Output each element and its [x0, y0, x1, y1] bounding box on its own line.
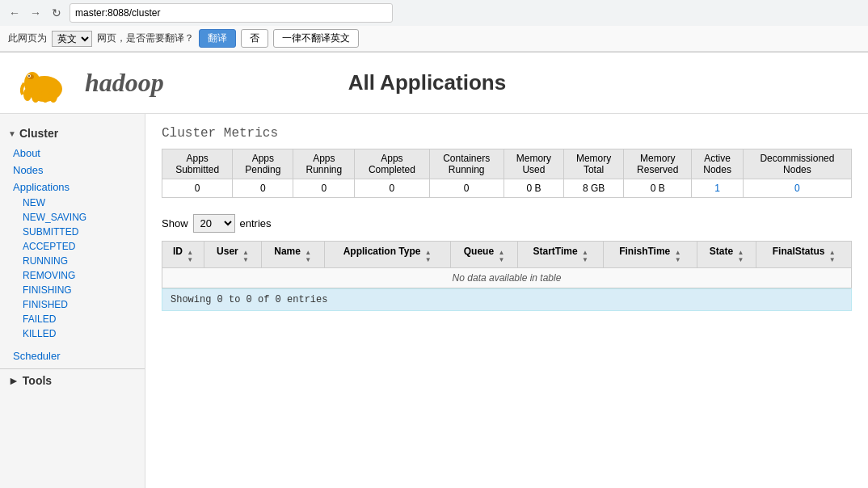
reload-button[interactable]: ↻ [48, 5, 65, 21]
col-header-queue[interactable]: Queue ▲▼ [450, 242, 518, 268]
sidebar-cluster-label: Cluster [19, 127, 58, 140]
showing-entries-footer: Showing 0 to 0 of 0 entries [162, 288, 852, 311]
metric-containers-running: 0 [429, 179, 504, 198]
queue-sort-icon: ▲▼ [498, 249, 504, 263]
sidebar-subitem-new[interactable]: NEW [0, 196, 145, 210]
svg-point-3 [32, 90, 40, 103]
starttime-sort-icon: ▲▼ [582, 249, 588, 263]
translate-prompt: 此网页为 [8, 32, 47, 45]
hadoop-text: hadoop [85, 68, 164, 98]
metric-memory-total: 8 GB [564, 179, 624, 198]
metric-header-active-nodes: ActiveNodes [692, 149, 744, 179]
col-header-finishtime[interactable]: FinishTime ▲▼ [604, 242, 697, 268]
cluster-metrics-table: AppsSubmitted AppsPending AppsRunning Ap… [162, 149, 852, 198]
translate-never-button[interactable]: 一律不翻译英文 [273, 29, 359, 48]
translate-question: 网页，是否需要翻译？ [97, 32, 194, 45]
cluster-triangle-icon: ▼ [8, 129, 16, 138]
sidebar-tools-header[interactable]: ► Tools [0, 368, 145, 392]
sidebar-subitem-finishing[interactable]: FINISHING [0, 283, 145, 297]
metric-header-containers-running: ContainersRunning [429, 149, 504, 179]
metric-apps-submitted: 0 [162, 179, 233, 198]
apptype-sort-icon: ▲▼ [425, 249, 432, 263]
translate-lang-select[interactable]: 英文 [52, 31, 92, 47]
show-label: Show [162, 217, 188, 229]
applications-table: ID ▲▼ User ▲▼ Name ▲▼ Application Type [162, 241, 852, 288]
address-bar[interactable] [70, 3, 393, 23]
metric-decommissioned-nodes[interactable]: 0 [743, 179, 851, 198]
svg-point-8 [28, 75, 30, 77]
col-header-name[interactable]: Name ▲▼ [261, 242, 324, 268]
metric-apps-completed: 0 [355, 179, 429, 198]
sidebar-subitem-killed[interactable]: KILLED [0, 326, 145, 341]
sidebar-item-applications[interactable]: Applications [0, 179, 145, 196]
svg-point-5 [49, 90, 57, 103]
cluster-metrics-title: Cluster Metrics [162, 126, 852, 141]
metric-apps-running: 0 [293, 179, 355, 198]
forward-button[interactable]: → [27, 5, 44, 21]
translate-yes-button[interactable]: 翻译 [199, 29, 236, 48]
metric-header-apps-running: AppsRunning [293, 149, 355, 179]
metric-apps-pending: 0 [233, 179, 293, 198]
back-button[interactable]: ← [6, 5, 23, 21]
user-sort-icon: ▲▼ [242, 249, 249, 263]
main-content: Cluster Metrics AppsSubmitted AppsPendin… [145, 114, 868, 488]
finishtime-sort-icon: ▲▼ [675, 249, 681, 263]
sidebar-subitem-accepted[interactable]: ACCEPTED [0, 239, 145, 254]
sidebar-item-nodes[interactable]: Nodes [0, 162, 145, 179]
col-header-id[interactable]: ID ▲▼ [162, 242, 204, 268]
sidebar-subitem-removing[interactable]: REMOVING [0, 268, 145, 283]
show-entries-row: Show 10 20 25 50 100 entries [162, 214, 852, 233]
metric-memory-used: 0 B [504, 179, 563, 198]
state-sort-icon: ▲▼ [737, 249, 744, 263]
sidebar: ▼ Cluster About Nodes Applications NEW N… [0, 114, 145, 488]
finalstatus-sort-icon: ▲▼ [829, 249, 836, 263]
metric-header-apps-submitted: AppsSubmitted [162, 149, 233, 179]
tools-triangle-icon: ► [8, 374, 19, 387]
page-title: All Applications [164, 70, 690, 95]
svg-point-4 [41, 90, 49, 103]
metric-memory-reserved: 0 B [624, 179, 692, 198]
metric-header-decommissioned-nodes: DecommissionedNodes [743, 149, 851, 179]
entries-label: entries [240, 217, 272, 229]
svg-point-2 [23, 88, 32, 101]
col-header-user[interactable]: User ▲▼ [204, 242, 261, 268]
col-header-starttime[interactable]: StartTime ▲▼ [518, 242, 604, 268]
col-header-state[interactable]: State ▲▼ [697, 242, 756, 268]
sidebar-tools-label: Tools [23, 374, 52, 387]
metric-active-nodes[interactable]: 1 [692, 179, 744, 198]
sidebar-subitem-failed[interactable]: FAILED [0, 312, 145, 326]
name-sort-icon: ▲▼ [305, 249, 311, 263]
hadoop-elephant-icon [16, 61, 81, 105]
id-sort-icon: ▲▼ [187, 249, 193, 263]
sidebar-subitem-running[interactable]: RUNNING [0, 254, 145, 268]
sidebar-item-about[interactable]: About [0, 145, 145, 162]
col-header-application-type[interactable]: Application Type ▲▼ [324, 242, 450, 268]
translate-no-button[interactable]: 否 [241, 29, 268, 48]
metric-header-apps-completed: AppsCompleted [355, 149, 429, 179]
sidebar-subitem-submitted[interactable]: SUBMITTED [0, 225, 145, 239]
sidebar-subitem-finished[interactable]: FINISHED [0, 297, 145, 312]
sidebar-subitem-new-saving[interactable]: NEW_SAVING [0, 210, 145, 225]
col-header-finalstatus[interactable]: FinalStatus ▲▼ [756, 242, 852, 268]
no-data-cell: No data available in table [162, 268, 852, 288]
metric-header-memory-reserved: MemoryReserved [624, 149, 692, 179]
sidebar-item-scheduler[interactable]: Scheduler [0, 347, 145, 364]
metric-header-memory-used: MemoryUsed [504, 149, 563, 179]
sidebar-cluster-header[interactable]: ▼ Cluster [0, 122, 145, 145]
entries-select[interactable]: 10 20 25 50 100 [193, 214, 235, 233]
metric-header-memory-total: MemoryTotal [564, 149, 624, 179]
metric-header-apps-pending: AppsPending [233, 149, 293, 179]
hadoop-logo: hadoop [16, 61, 164, 105]
